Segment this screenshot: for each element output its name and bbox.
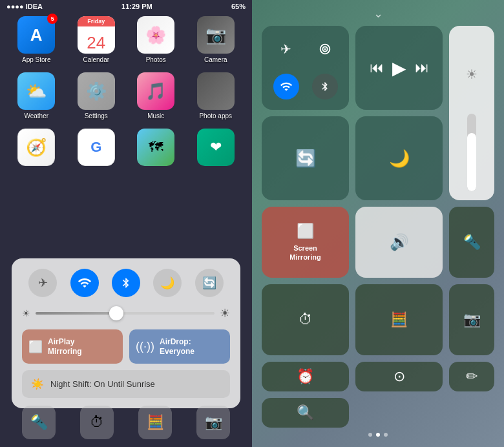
app-icon-img-weather: ⛅ xyxy=(17,72,55,110)
wifi-toggle[interactable] xyxy=(70,269,99,297)
rotation-ctrl-icon: 🔄 xyxy=(295,149,316,169)
app-icon-safari[interactable]: 🧭 xyxy=(10,129,63,169)
cellular-btn[interactable] xyxy=(307,32,342,67)
edit-icon: ✏ xyxy=(466,368,478,385)
page-dot-3 xyxy=(384,433,388,437)
app-icon-img-calendar: Friday 24 xyxy=(78,16,115,54)
screen-mirroring-tile[interactable]: ⬜ ScreenMirroring xyxy=(262,207,349,278)
airplane-toggle[interactable]: ✈ xyxy=(28,269,57,297)
control-panel: ✈ 🌙 🔄 ☀ xyxy=(12,258,240,408)
donotdisturb-toggle[interactable]: 🌙 xyxy=(153,269,182,297)
brightness-fill xyxy=(36,312,116,315)
media-tile: ⏮ ▶ ⏭ xyxy=(355,26,443,110)
app-icon-vine[interactable]: ❤ xyxy=(189,129,243,169)
app-label-calendar: Calendar xyxy=(83,56,109,63)
page-dot-1 xyxy=(368,433,372,437)
chevron-down-icon: ⌄ xyxy=(373,6,383,21)
airplay-mirroring-button[interactable]: ⬜ AirPlayMirroring xyxy=(22,329,123,364)
app-icon-photoapps[interactable]: Photo apps xyxy=(189,72,243,120)
page-dots xyxy=(368,433,388,437)
screen-mirroring-label: ScreenMirroring xyxy=(289,244,320,262)
app-icon-img-vine: ❤ xyxy=(197,129,235,166)
stopwatch-icon: ⊙ xyxy=(394,368,405,385)
bluetooth-ctrl-btn[interactable] xyxy=(307,70,342,104)
edit-tile[interactable]: ✏ xyxy=(449,362,494,391)
app-icon-img-safari: 🧭 xyxy=(17,129,55,166)
camera-ctrl-icon: 📷 xyxy=(463,311,481,328)
wifi-icon xyxy=(78,276,92,290)
app-icon-img-appstore: A 5 xyxy=(17,16,55,54)
alarm-tile[interactable]: ⏰ xyxy=(262,362,349,391)
app-icon-img-settings: ⚙️ xyxy=(78,72,115,110)
timer-icon-dock[interactable]: ⏱ xyxy=(80,406,114,439)
volume-tile[interactable]: 🔊 xyxy=(355,207,443,278)
app-icon-maps[interactable]: 🗺 xyxy=(129,129,183,169)
app-icon-weather[interactable]: ⛅ Weather xyxy=(10,72,63,120)
bluetooth-ctrl-icon xyxy=(320,80,330,93)
app-icon-calendar[interactable]: Friday 24 Calendar xyxy=(70,16,123,63)
brightness-row: ☀ ☀ xyxy=(22,306,230,320)
calculator-tile[interactable]: 🧮 xyxy=(355,284,443,355)
badge-appstore: 5 xyxy=(47,14,58,24)
app-icon-img-camera: 📷 xyxy=(197,16,235,54)
connectivity-tile: ✈ xyxy=(262,26,349,110)
stopwatch-tile[interactable]: ⊙ xyxy=(355,362,443,391)
app-label-camera: Camera xyxy=(204,56,227,63)
app-icon-google[interactable]: G xyxy=(70,129,123,169)
airplay-icon: ⬜ xyxy=(28,340,43,354)
time-text: 11:29 PM xyxy=(121,3,152,10)
play-button[interactable]: ▶ xyxy=(392,57,406,79)
airdrop-button[interactable]: ((·)) AirDrop:Everyone xyxy=(129,329,230,364)
app-label-appstore: App Store xyxy=(22,56,50,63)
brightness-low-icon: ☀ xyxy=(22,308,30,318)
brightness-high-icon: ☀ xyxy=(220,306,230,320)
volume-icon: 🔊 xyxy=(390,233,409,251)
airplane-mode-btn[interactable]: ✈ xyxy=(268,32,304,67)
search-tile[interactable]: 🔍 xyxy=(262,398,349,428)
app-icon-img-photos: 🌸 xyxy=(137,16,174,54)
moon-icon: 🌙 xyxy=(160,276,174,290)
calculator-icon: 🧮 xyxy=(390,311,408,328)
app-icon-settings[interactable]: ⚙️ Settings xyxy=(70,72,123,120)
airdrop-label: AirDrop:Everyone xyxy=(160,337,194,356)
moon-ctrl-tile[interactable]: 🌙 xyxy=(355,116,443,200)
rewind-button[interactable]: ⏮ xyxy=(370,59,384,76)
timer-icon: ⏱ xyxy=(299,311,313,328)
app-label-photoapps: Photo apps xyxy=(199,112,232,120)
brightness-slider[interactable] xyxy=(36,312,215,315)
airplane-icon: ✈ xyxy=(38,276,48,290)
app-grid: A 5 App Store Friday 24 Calendar 🌸 Photo… xyxy=(10,16,242,169)
brightness-thumb xyxy=(109,306,123,320)
night-shift-label: Night Shift: On Until Sunrise xyxy=(50,379,155,389)
cellular-icon xyxy=(318,42,332,56)
action-row: ⬜ AirPlayMirroring ((·)) AirDrop:Everyon… xyxy=(22,329,230,364)
wifi-ctrl-btn[interactable] xyxy=(268,70,304,104)
right-panel: ⌄ ✈ ⏮ xyxy=(252,0,504,447)
rotation-ctrl-tile[interactable]: 🔄 xyxy=(262,116,349,200)
airdrop-icon: ((·)) xyxy=(136,340,154,353)
app-icon-music[interactable]: 🎵 Music xyxy=(129,72,183,120)
app-label-settings: Settings xyxy=(85,112,108,120)
calculator-icon-dock[interactable]: 🧮 xyxy=(138,406,172,439)
fastforward-button[interactable]: ⏭ xyxy=(415,59,429,76)
flashlight-icon: 🔦 xyxy=(463,234,481,251)
app-icon-photos[interactable]: 🌸 Photos xyxy=(129,16,183,63)
brightness-v-track xyxy=(467,114,476,191)
left-panel: ●●●● IDEA 11:29 PM 65% A 5 App Store Fri… xyxy=(0,0,252,447)
flashlight-tile[interactable]: 🔦 xyxy=(449,207,494,278)
app-label-music: Music xyxy=(147,112,164,120)
app-icon-img-music: 🎵 xyxy=(137,72,174,110)
dock-row: 🔦 ⏱ 🧮 📷 xyxy=(10,406,242,439)
app-icon-camera[interactable]: 📷 Camera xyxy=(189,16,243,63)
timer-tile[interactable]: ⏱ xyxy=(262,284,349,355)
app-icon-appstore[interactable]: A 5 App Store xyxy=(10,16,63,63)
camera-icon-dock[interactable]: 📷 xyxy=(196,406,230,439)
app-label-photos: Photos xyxy=(146,56,166,63)
flashlight-icon-dock[interactable]: 🔦 xyxy=(22,406,56,439)
rotation-toggle[interactable]: 🔄 xyxy=(195,269,224,297)
camera-ctrl-tile[interactable]: 📷 xyxy=(449,284,494,355)
app-icon-img-photoapps xyxy=(197,72,235,110)
brightness-tile[interactable]: ☀ xyxy=(449,26,494,200)
bluetooth-toggle[interactable] xyxy=(112,269,140,297)
night-shift-button[interactable]: ☀️ Night Shift: On Until Sunrise xyxy=(22,370,230,398)
